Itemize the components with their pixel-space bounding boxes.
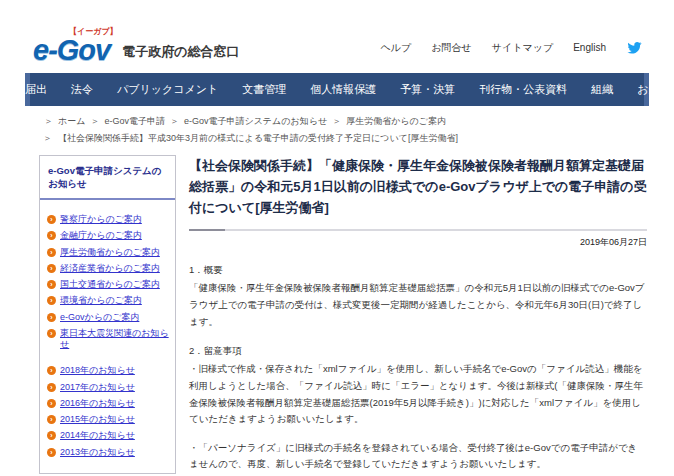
breadcrumb-separator: ＞	[44, 115, 53, 128]
nav-item[interactable]: 組織	[579, 82, 625, 97]
breadcrumb-link[interactable]: e-Gov電子申請	[104, 115, 165, 128]
arrow-bullet-icon: ›	[47, 264, 56, 273]
nav-item[interactable]: 申請・届出	[0, 82, 59, 97]
arrow-bullet-icon: ›	[47, 329, 56, 338]
egov-logo-text: e-Gov	[33, 34, 110, 66]
content-area: e-Gov電子申請システムのお知らせ › 警察庁からのご案内 › 金融庁からのご…	[25, 155, 649, 476]
site-header: 【イーガブ】 e-Gov 電子政府の総合窓口 ヘルプ お問合せ サイトマップ E…	[25, 0, 649, 73]
arrow-bullet-icon: ›	[47, 280, 56, 289]
breadcrumb-line1: ＞ ホーム ＞ e-Gov電子申請 ＞ e-Gov電子申請システムのお知らせ ＞…	[39, 115, 647, 128]
breadcrumb-item: ＞ e-Gov電子申請	[85, 115, 165, 128]
arrow-bullet-icon: ›	[47, 431, 56, 440]
section1-heading: 1．概要	[189, 264, 647, 277]
title-divider	[189, 229, 647, 231]
sidebar: e-Gov電子申請システムのお知らせ › 警察庁からのご案内 › 金融庁からのご…	[39, 155, 176, 474]
sidebar-item: › 2015年のお知らせ	[47, 414, 170, 425]
logo-area: 【イーガブ】 e-Gov 電子政府の総合窓口	[33, 30, 240, 65]
sidebar-link[interactable]: 環境省からのご案内	[60, 295, 142, 306]
arrow-bullet-icon: ›	[47, 415, 56, 424]
sidebar-link[interactable]: 警察庁からのご案内	[60, 214, 142, 225]
egov-logo[interactable]: 【イーガブ】 e-Gov	[33, 30, 110, 65]
section2-bullet: ・「パーソナライズ」に旧様式の手続名を登録されている場合、受付終了後はe-Gov…	[189, 440, 647, 473]
breadcrumb-link[interactable]: 厚生労働省からのご案内	[346, 115, 446, 128]
arrow-bullet-icon: ›	[47, 215, 56, 224]
sidebar-item: › e-Govからのご案内	[47, 312, 170, 323]
sidebar-link[interactable]: 国土交通省からのご案内	[60, 279, 160, 290]
utility-links: ヘルプ お問合せ サイトマップ English	[381, 40, 643, 55]
breadcrumb-line2: ＞ 【社会保険関係手続】平成30年3月前の様式による電子申請の受付終了予定日につ…	[43, 132, 647, 145]
arrow-bullet-icon: ›	[47, 313, 56, 322]
section1-body: 「健康保険・厚生年金保険被保険者報酬月額算定基礎届総括票」の令和元5月1日以前の…	[189, 280, 647, 330]
nav-item[interactable]: 法令	[59, 82, 105, 97]
arrow-bullet-icon: ›	[47, 399, 56, 408]
sidebar-link[interactable]: e-Govからのご案内	[60, 312, 139, 323]
breadcrumb-line2-marker: ＞	[43, 132, 52, 145]
sidebar-link[interactable]: 金融庁からのご案内	[60, 230, 142, 241]
nav-item[interactable]: 個人情報保護	[298, 82, 388, 97]
sidebar-item: › 東日本大震災関連のお知らせ	[47, 328, 170, 351]
sidebar-item: › 金融庁からのご案内	[47, 230, 170, 241]
publish-date: 2019年06月27日	[189, 236, 647, 249]
sidebar-link[interactable]: 2013年のお知らせ	[60, 447, 135, 458]
breadcrumb-separator: ＞	[332, 115, 341, 128]
sidebar-item: › 2016年のお知らせ	[47, 398, 170, 409]
breadcrumb-item: ＞ 厚生労働省からのご案内	[327, 115, 446, 128]
sidebar-item: › 環境省からのご案内	[47, 295, 170, 306]
arrow-bullet-icon: ›	[47, 296, 56, 305]
site-tagline: 電子政府の総合窓口	[122, 35, 239, 61]
breadcrumb-link[interactable]: e-Gov電子申請システムのお知らせ	[184, 115, 327, 128]
breadcrumb: ＞ ホーム ＞ e-Gov電子申請 ＞ e-Gov電子申請システムのお知らせ ＞…	[39, 115, 647, 145]
breadcrumb-separator: ＞	[170, 115, 179, 128]
nav-item[interactable]: 予算・決算	[388, 82, 467, 97]
breadcrumb-item: ＞ e-Gov電子申請システムのお知らせ	[165, 115, 327, 128]
sidebar-item: › 厚生労働省からのご案内	[47, 247, 170, 258]
nav-item[interactable]: 刊行物・公表資料	[467, 82, 579, 97]
sidebar-link[interactable]: 2018年のお知らせ	[60, 365, 135, 376]
sidebar-item: › 2018年のお知らせ	[47, 365, 170, 376]
sidebar-item: › 2017年のお知らせ	[47, 382, 170, 393]
sidebar-ministry-links: › 警察庁からのご案内 › 金融庁からのご案内 › 厚生労働省からのご案内	[40, 200, 175, 358]
utility-link[interactable]: English	[573, 42, 606, 53]
utility-link-list: ヘルプ お問合せ サイトマップ English	[381, 41, 606, 55]
utility-link[interactable]: ヘルプ	[381, 41, 412, 55]
utility-link[interactable]: お問合せ	[431, 41, 471, 55]
arrow-bullet-icon: ›	[47, 366, 56, 375]
section2-heading: 2．留意事項	[189, 345, 647, 358]
page-title: 【社会保険関係手続】「健康保険・厚生年金保険被保険者報酬月額算定基礎届総括票」の…	[189, 156, 647, 218]
twitter-icon[interactable]	[626, 40, 643, 55]
sidebar-link[interactable]: 2016年のお知らせ	[60, 398, 135, 409]
page: 【イーガブ】 e-Gov 電子政府の総合窓口 ヘルプ お問合せ サイトマップ E…	[25, 0, 649, 476]
announcement-article: 【社会保険関係手続】「健康保険・厚生年金保険被保険者報酬月額算定基礎届総括票」の…	[189, 155, 649, 476]
breadcrumb-current-page[interactable]: 【社会保険関係手続】平成30年3月前の様式による電子申請の受付終了予定日について…	[58, 132, 458, 145]
sidebar-link[interactable]: 東日本大震災関連のお知らせ	[60, 328, 170, 351]
arrow-bullet-icon: ›	[47, 383, 56, 392]
sidebar-item: › 国土交通省からのご案内	[47, 279, 170, 290]
nav-item[interactable]: 文書管理	[230, 82, 298, 97]
breadcrumb-item: ＞ ホーム	[39, 115, 85, 128]
arrow-bullet-icon: ›	[47, 248, 56, 257]
sidebar-item: › 経済産業省からのご案内	[47, 263, 170, 274]
sidebar-link[interactable]: 経済産業省からのご案内	[60, 263, 160, 274]
sidebar-link[interactable]: 厚生労働省からのご案内	[60, 247, 160, 258]
sidebar-item: › 2014年のお知らせ	[47, 430, 170, 441]
sidebar-item: › 2013年のお知らせ	[47, 447, 170, 458]
nav-item[interactable]: お知らせ	[625, 82, 674, 97]
arrow-bullet-icon: ›	[47, 231, 56, 240]
section2-bullets: ・旧様式で作成・保存された「xmlファイル」を使用し、新しい手続名でe-Govの…	[189, 361, 647, 473]
main-navigation: 申請・届出 法令 パブリックコメント 文書管理 個人情報保護 予算・決算 刊行物…	[25, 73, 649, 106]
breadcrumb-link[interactable]: ホーム	[58, 115, 85, 128]
sidebar-link[interactable]: 2017年のお知らせ	[60, 382, 135, 393]
section2-bullet: ・旧様式で作成・保存された「xmlファイル」を使用し、新しい手続名でe-Govの…	[189, 361, 647, 428]
utility-link[interactable]: サイトマップ	[492, 41, 553, 55]
breadcrumb-separator: ＞	[90, 115, 99, 128]
logo-furigana: 【イーガブ】	[69, 26, 118, 37]
arrow-bullet-icon: ›	[47, 448, 56, 457]
sidebar-year-links: › 2018年のお知らせ › 2017年のお知らせ › 2016年のお知らせ	[40, 358, 175, 473]
sidebar-link[interactable]: 2015年のお知らせ	[60, 414, 135, 425]
sidebar-link[interactable]: 2014年のお知らせ	[60, 430, 135, 441]
sidebar-item: › 警察庁からのご案内	[47, 214, 170, 225]
sidebar-title: e-Gov電子申請システムのお知らせ	[40, 156, 175, 200]
nav-item[interactable]: パブリックコメント	[105, 82, 230, 97]
